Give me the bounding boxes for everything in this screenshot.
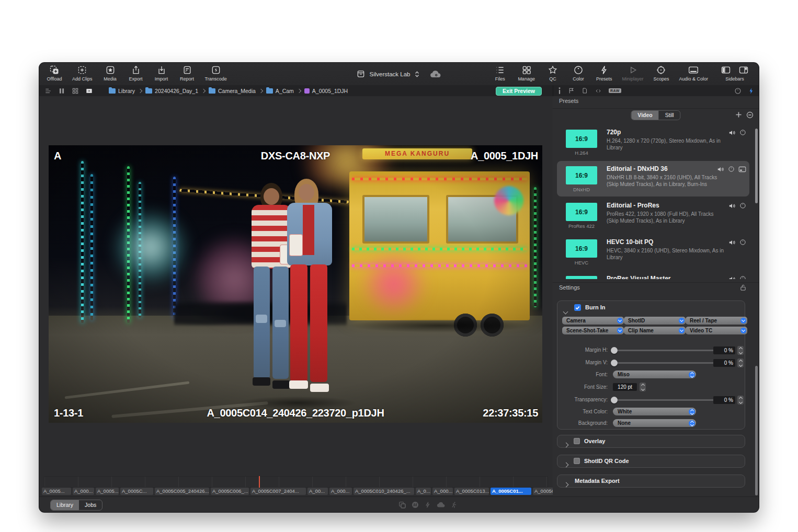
burn-in-collapse-toggle[interactable]	[564, 306, 567, 316]
breadcrumb-a-cam[interactable]: A_Cam	[276, 88, 294, 94]
tab-library[interactable]: Library	[51, 500, 79, 510]
manage-button[interactable]: Manage	[518, 65, 535, 82]
sidebar-right-icon[interactable]	[738, 65, 749, 75]
sidebars-button[interactable]: Sidebars	[718, 65, 751, 82]
qc-button[interactable]: QC	[545, 65, 561, 82]
clip-item[interactable]: A_000...	[432, 488, 453, 495]
font-select[interactable]: Miso	[613, 371, 696, 378]
overlay-checkbox[interactable]	[574, 438, 580, 444]
list-view-icon[interactable]	[44, 87, 52, 95]
clip-item-selected[interactable]: A_0005C01...	[491, 488, 531, 495]
breadcrumb-clip[interactable]: A_0005_1DJH	[312, 88, 348, 94]
transparency-slider-track[interactable]	[613, 399, 714, 401]
preset-list-scrollbar[interactable]	[755, 129, 758, 203]
document-icon[interactable]	[582, 87, 588, 94]
add-clips-button[interactable]: Add Clips	[72, 65, 93, 82]
transparency-stepper[interactable]	[737, 396, 744, 404]
aspect-label: 16:9	[575, 209, 588, 216]
breadcrumb-library[interactable]: Library	[118, 88, 135, 94]
clip-item[interactable]: A_0005C013...	[454, 488, 489, 495]
remove-preset-button[interactable]	[746, 111, 754, 119]
code-icon[interactable]	[595, 88, 602, 94]
burn-in-checkbox[interactable]	[574, 304, 581, 311]
export-button[interactable]: Export	[128, 65, 144, 82]
cloud-sync-icon[interactable]	[429, 70, 441, 78]
add-preset-button[interactable]	[735, 111, 742, 118]
offload-button[interactable]: Offload	[47, 65, 62, 82]
preset-row-hevc[interactable]: 16:9 HEVC HEVC 10-bit PQ HEVC, 3840 x 21…	[553, 234, 759, 271]
presets-bolt-active-icon[interactable]	[748, 87, 755, 95]
scopes-button[interactable]: Scopes	[653, 65, 669, 82]
clip-item[interactable]: A_0005C006_...	[211, 488, 249, 495]
settings-title: Settings	[559, 284, 580, 291]
margin-v-slider-track[interactable]	[613, 362, 714, 364]
margin-v-value[interactable]: 0 %	[713, 359, 735, 367]
clip-item[interactable]: A_0005C010_240426_...	[354, 488, 414, 495]
burnin-field-dropdown-camera[interactable]: Camera	[562, 317, 624, 325]
font-size-value[interactable]: 120 pt	[613, 383, 637, 391]
info-icon[interactable]	[558, 87, 561, 94]
clip-item[interactable]: A_00...	[307, 488, 328, 495]
clip-item[interactable]: A_0005...	[96, 488, 119, 495]
column-view-icon[interactable]	[58, 87, 65, 95]
video-viewer[interactable]: MEGA KANGURU	[49, 145, 542, 423]
clip-item[interactable]: A_0005C...	[120, 488, 153, 495]
playhead[interactable]	[259, 476, 260, 488]
margin-h-slider-thumb[interactable]	[611, 347, 618, 354]
library-switcher[interactable]: Silverstack Lab	[357, 63, 442, 85]
unlock-icon[interactable]	[740, 284, 746, 291]
metadata-export-section[interactable]: Metadata Export	[557, 475, 745, 488]
clip-item[interactable]: A_000...	[73, 488, 94, 495]
raw-badge[interactable]: RAW	[609, 88, 621, 93]
margin-v-slider-thumb[interactable]	[611, 360, 618, 366]
color-button[interactable]: Color	[571, 65, 586, 82]
burnin-field-dropdown-shotid[interactable]: ShotID	[624, 317, 686, 325]
exit-preview-button[interactable]: Exit Preview	[496, 87, 542, 96]
burnin-field-dropdown-scene-shot-take[interactable]: Scene-Shot-Take	[562, 327, 624, 334]
tab-video[interactable]: Video	[631, 111, 658, 120]
margin-h-slider-track[interactable]	[613, 350, 714, 351]
clip-item[interactable]: A_0005...	[42, 488, 71, 495]
margin-h-value[interactable]: 0 %	[713, 346, 735, 354]
transparency-value[interactable]: 0 %	[713, 396, 735, 404]
burnin-field-dropdown-reel[interactable]: Reel / Tape	[686, 317, 747, 325]
clock-icon[interactable]	[734, 87, 742, 95]
shotid-qr-section[interactable]: ShotID QR Code	[557, 455, 745, 468]
clip-item[interactable]: A_0...	[416, 488, 431, 495]
preset-row-dnxhd-selected[interactable]: 16:9 DNxHD Editorial - DNxHD 36 DNxHR LB…	[553, 161, 759, 198]
margin-v-stepper[interactable]	[737, 358, 744, 367]
burnin-field-dropdown-video-tc[interactable]: Video TC	[686, 327, 747, 334]
clip-item[interactable]: A_0005C007_2404...	[250, 488, 306, 495]
text-color-select[interactable]: White	[613, 408, 696, 415]
breadcrumb-camera-media[interactable]: Camera_Media	[218, 88, 256, 94]
import-button[interactable]: Import	[154, 65, 169, 82]
margin-h-stepper[interactable]	[737, 346, 744, 355]
tab-jobs[interactable]: Jobs	[79, 500, 102, 510]
clip-item[interactable]: A_000...	[329, 488, 352, 495]
report-button[interactable]: Report	[179, 65, 195, 82]
files-button[interactable]: Files	[492, 65, 508, 82]
media-button[interactable]: Media	[102, 65, 118, 82]
tab-still[interactable]: Still	[659, 111, 680, 120]
flag-icon[interactable]	[568, 87, 575, 94]
preset-row-720p[interactable]: 16:9 H.264 720p H.264, 1280 x 720 (720p)…	[553, 124, 759, 161]
preview-view-icon[interactable]	[85, 87, 93, 95]
preset-row-prores[interactable]: 16:9 ProRes 422 Editorial - ProRes ProRe…	[553, 198, 759, 234]
presets-button[interactable]: Presets	[596, 65, 612, 82]
transcode-button[interactable]: Transcode	[205, 65, 227, 82]
clip-item[interactable]: A_0005C005_240426...	[155, 488, 209, 495]
overlay-section[interactable]: Overlay	[557, 435, 745, 448]
background-select[interactable]: None	[613, 419, 696, 427]
sidebar-left-icon[interactable]	[721, 65, 731, 75]
font-size-stepper[interactable]	[640, 383, 646, 391]
shotid-qr-checkbox[interactable]	[574, 458, 580, 464]
transparency-slider-thumb[interactable]	[611, 397, 618, 403]
burnin-field-dropdown-clip-name[interactable]: Clip Name	[624, 327, 686, 334]
settings-scrollbar[interactable]	[755, 366, 758, 495]
timeline-scrubber[interactable]	[44, 476, 548, 488]
audio-color-button[interactable]: Audio & Color	[679, 65, 708, 82]
breadcrumb-day[interactable]: 20240426_Day_1	[155, 88, 198, 94]
grid-view-icon[interactable]	[72, 87, 79, 95]
presets-label: Presets	[596, 76, 612, 82]
preset-row-prores-visual-master[interactable]: 16:9 ProRes Visual Master	[553, 271, 759, 279]
